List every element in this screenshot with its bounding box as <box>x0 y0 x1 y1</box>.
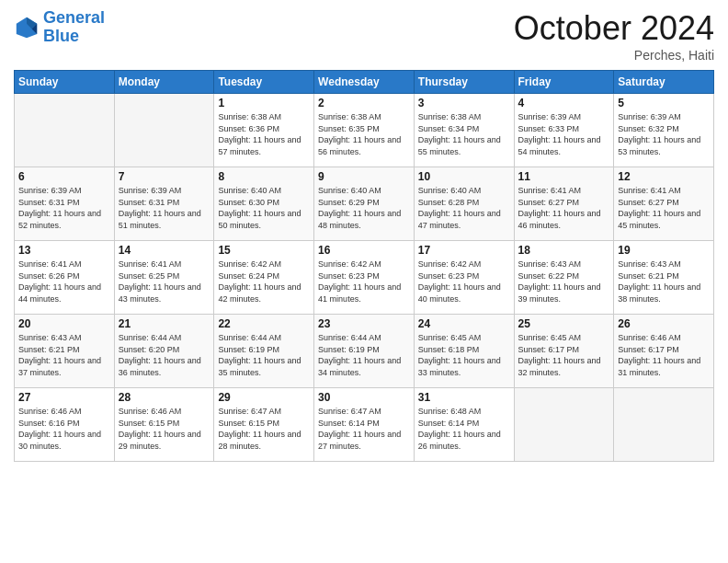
table-row: 25Sunrise: 6:45 AMSunset: 6:17 PMDayligh… <box>514 315 614 388</box>
table-row: 2Sunrise: 6:38 AMSunset: 6:35 PMDaylight… <box>314 94 415 167</box>
day-detail: Sunrise: 6:38 AMSunset: 6:35 PMDaylight:… <box>318 111 410 157</box>
day-number: 20 <box>18 317 110 330</box>
day-detail: Sunrise: 6:41 AMSunset: 6:27 PMDaylight:… <box>618 185 710 231</box>
day-number: 1 <box>218 97 310 109</box>
day-detail: Sunrise: 6:39 AMSunset: 6:31 PMDaylight:… <box>119 185 210 231</box>
day-detail: Sunrise: 6:42 AMSunset: 6:23 PMDaylight:… <box>318 259 410 304</box>
logo-line2: Blue <box>43 27 79 45</box>
day-detail: Sunrise: 6:44 AMSunset: 6:19 PMDaylight:… <box>218 332 310 378</box>
day-number: 10 <box>418 170 510 183</box>
day-number: 23 <box>318 317 410 330</box>
day-number: 24 <box>418 317 510 330</box>
day-number: 16 <box>318 244 410 257</box>
table-row: 18Sunrise: 6:43 AMSunset: 6:22 PMDayligh… <box>514 241 614 315</box>
day-number: 21 <box>119 317 210 330</box>
table-row: 14Sunrise: 6:41 AMSunset: 6:25 PMDayligh… <box>114 241 214 315</box>
day-detail: Sunrise: 6:40 AMSunset: 6:30 PMDaylight:… <box>218 185 310 231</box>
table-row <box>15 94 115 167</box>
week-row-4: 20Sunrise: 6:43 AMSunset: 6:21 PMDayligh… <box>15 315 714 388</box>
day-detail: Sunrise: 6:39 AMSunset: 6:31 PMDaylight:… <box>18 185 110 231</box>
col-friday: Friday <box>514 71 614 94</box>
day-number: 28 <box>119 391 210 404</box>
table-row: 30Sunrise: 6:47 AMSunset: 6:14 PMDayligh… <box>314 388 415 462</box>
day-number: 2 <box>318 97 410 109</box>
day-number: 9 <box>318 170 410 183</box>
day-detail: Sunrise: 6:48 AMSunset: 6:14 PMDaylight:… <box>418 406 510 452</box>
col-tuesday: Tuesday <box>214 71 314 94</box>
title-block: October 2024 Perches, Haiti <box>514 9 714 63</box>
table-row: 1Sunrise: 6:38 AMSunset: 6:36 PMDaylight… <box>214 94 314 167</box>
table-row: 13Sunrise: 6:41 AMSunset: 6:26 PMDayligh… <box>15 241 115 315</box>
table-row <box>114 94 214 167</box>
table-row: 11Sunrise: 6:41 AMSunset: 6:27 PMDayligh… <box>514 167 614 241</box>
header: General Blue October 2024 Perches, Haiti <box>14 9 714 63</box>
table-row: 7Sunrise: 6:39 AMSunset: 6:31 PMDaylight… <box>114 167 214 241</box>
table-row: 31Sunrise: 6:48 AMSunset: 6:14 PMDayligh… <box>414 388 514 462</box>
day-detail: Sunrise: 6:39 AMSunset: 6:33 PMDaylight:… <box>518 111 610 157</box>
day-detail: Sunrise: 6:41 AMSunset: 6:26 PMDaylight:… <box>18 259 110 304</box>
day-detail: Sunrise: 6:45 AMSunset: 6:18 PMDaylight:… <box>418 332 510 378</box>
day-detail: Sunrise: 6:45 AMSunset: 6:17 PMDaylight:… <box>518 332 610 378</box>
day-number: 25 <box>518 317 610 330</box>
day-detail: Sunrise: 6:46 AMSunset: 6:16 PMDaylight:… <box>18 406 110 452</box>
table-row: 16Sunrise: 6:42 AMSunset: 6:23 PMDayligh… <box>314 241 415 315</box>
week-row-5: 27Sunrise: 6:46 AMSunset: 6:16 PMDayligh… <box>15 388 714 462</box>
table-row: 22Sunrise: 6:44 AMSunset: 6:19 PMDayligh… <box>214 315 314 388</box>
table-row <box>514 388 614 462</box>
day-detail: Sunrise: 6:43 AMSunset: 6:21 PMDaylight:… <box>18 332 110 378</box>
day-number: 7 <box>119 170 210 183</box>
day-detail: Sunrise: 6:46 AMSunset: 6:17 PMDaylight:… <box>618 332 710 378</box>
col-monday: Monday <box>114 71 214 94</box>
day-detail: Sunrise: 6:44 AMSunset: 6:19 PMDaylight:… <box>318 332 410 378</box>
table-row: 9Sunrise: 6:40 AMSunset: 6:29 PMDaylight… <box>314 167 415 241</box>
table-row: 12Sunrise: 6:41 AMSunset: 6:27 PMDayligh… <box>614 167 714 241</box>
day-detail: Sunrise: 6:41 AMSunset: 6:27 PMDaylight:… <box>518 185 610 231</box>
day-number: 12 <box>618 170 710 183</box>
logo-line1: General <box>43 8 105 27</box>
month-title: October 2024 <box>514 9 714 48</box>
day-detail: Sunrise: 6:41 AMSunset: 6:25 PMDaylight:… <box>119 259 210 304</box>
table-row: 15Sunrise: 6:42 AMSunset: 6:24 PMDayligh… <box>214 241 314 315</box>
week-row-1: 1Sunrise: 6:38 AMSunset: 6:36 PMDaylight… <box>15 94 714 167</box>
table-row: 26Sunrise: 6:46 AMSunset: 6:17 PMDayligh… <box>614 315 714 388</box>
table-row: 29Sunrise: 6:47 AMSunset: 6:15 PMDayligh… <box>214 388 314 462</box>
table-row: 5Sunrise: 6:39 AMSunset: 6:32 PMDaylight… <box>614 94 714 167</box>
day-number: 8 <box>218 170 310 183</box>
logo: General Blue <box>14 9 105 46</box>
day-detail: Sunrise: 6:38 AMSunset: 6:34 PMDaylight:… <box>418 111 510 157</box>
day-number: 31 <box>418 391 510 404</box>
table-row <box>614 388 714 462</box>
table-row: 28Sunrise: 6:46 AMSunset: 6:15 PMDayligh… <box>114 388 214 462</box>
day-number: 19 <box>618 244 710 257</box>
day-number: 14 <box>119 244 210 257</box>
day-detail: Sunrise: 6:43 AMSunset: 6:21 PMDaylight:… <box>618 259 710 304</box>
day-number: 26 <box>618 317 710 330</box>
day-detail: Sunrise: 6:40 AMSunset: 6:29 PMDaylight:… <box>318 185 410 231</box>
day-number: 6 <box>18 170 110 183</box>
day-number: 17 <box>418 244 510 257</box>
day-detail: Sunrise: 6:46 AMSunset: 6:15 PMDaylight:… <box>119 406 210 452</box>
table-row: 10Sunrise: 6:40 AMSunset: 6:28 PMDayligh… <box>414 167 514 241</box>
table-row: 8Sunrise: 6:40 AMSunset: 6:30 PMDaylight… <box>214 167 314 241</box>
col-wednesday: Wednesday <box>314 71 415 94</box>
table-row: 19Sunrise: 6:43 AMSunset: 6:21 PMDayligh… <box>614 241 714 315</box>
table-row: 27Sunrise: 6:46 AMSunset: 6:16 PMDayligh… <box>15 388 115 462</box>
day-number: 29 <box>218 391 310 404</box>
day-detail: Sunrise: 6:42 AMSunset: 6:24 PMDaylight:… <box>218 259 310 304</box>
table-row: 6Sunrise: 6:39 AMSunset: 6:31 PMDaylight… <box>15 167 115 241</box>
day-detail: Sunrise: 6:38 AMSunset: 6:36 PMDaylight:… <box>218 111 310 157</box>
table-row: 23Sunrise: 6:44 AMSunset: 6:19 PMDayligh… <box>314 315 415 388</box>
day-number: 30 <box>318 391 410 404</box>
day-number: 5 <box>618 97 710 109</box>
page: General Blue October 2024 Perches, Haiti… <box>0 0 728 563</box>
table-row: 24Sunrise: 6:45 AMSunset: 6:18 PMDayligh… <box>414 315 514 388</box>
logo-icon <box>14 15 40 40</box>
day-detail: Sunrise: 6:47 AMSunset: 6:14 PMDaylight:… <box>318 406 410 452</box>
day-detail: Sunrise: 6:44 AMSunset: 6:20 PMDaylight:… <box>119 332 210 378</box>
week-row-2: 6Sunrise: 6:39 AMSunset: 6:31 PMDaylight… <box>15 167 714 241</box>
day-detail: Sunrise: 6:40 AMSunset: 6:28 PMDaylight:… <box>418 185 510 231</box>
table-row: 4Sunrise: 6:39 AMSunset: 6:33 PMDaylight… <box>514 94 614 167</box>
day-detail: Sunrise: 6:39 AMSunset: 6:32 PMDaylight:… <box>618 111 710 157</box>
location: Perches, Haiti <box>514 48 714 63</box>
day-number: 4 <box>518 97 610 109</box>
